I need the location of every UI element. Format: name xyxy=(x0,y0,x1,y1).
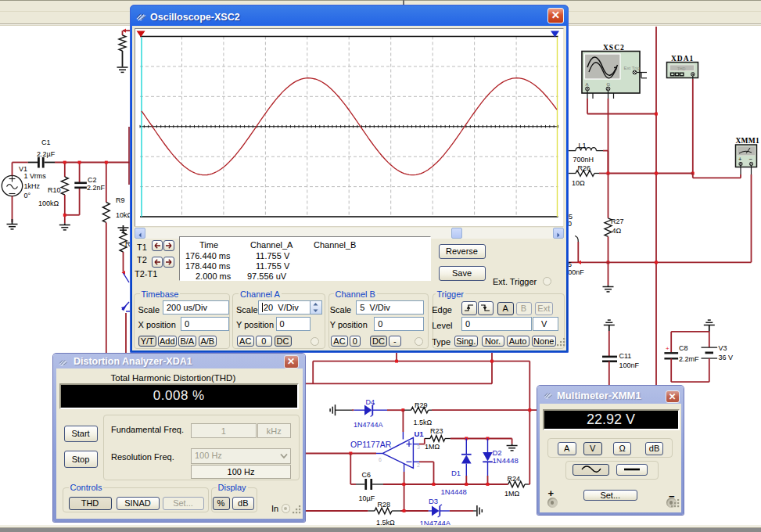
svg-text:10Ω: 10Ω xyxy=(572,179,585,187)
svg-text:A: A xyxy=(586,82,589,87)
svg-text:XSC2: XSC2 xyxy=(603,44,625,52)
svg-text:1.5kΩ: 1.5kΩ xyxy=(414,419,433,426)
svg-text:2.2mF: 2.2mF xyxy=(679,355,699,363)
svg-text:2.2nF: 2.2nF xyxy=(87,184,106,192)
svg-text:−: − xyxy=(749,156,753,163)
svg-text:R27: R27 xyxy=(611,217,624,225)
svg-text:C1: C1 xyxy=(41,138,51,146)
svg-text:R23: R23 xyxy=(430,427,443,435)
svg-text:R26: R26 xyxy=(578,164,591,172)
svg-text:10µF: 10µF xyxy=(359,494,375,502)
svg-text:R24: R24 xyxy=(508,475,521,483)
svg-text:U1: U1 xyxy=(415,430,425,438)
svg-text:6: 6 xyxy=(379,457,382,462)
svg-text:1MΩ: 1MΩ xyxy=(425,443,440,451)
svg-text:V3: V3 xyxy=(719,344,727,352)
svg-text:1 Vrms: 1 Vrms xyxy=(24,172,47,180)
svg-text:D4: D4 xyxy=(366,398,375,406)
svg-text:Ext Trig: Ext Trig xyxy=(624,66,640,70)
svg-text:L1: L1 xyxy=(579,142,587,149)
svg-text:700nH: 700nH xyxy=(573,156,594,164)
svg-text:OP1177AR: OP1177AR xyxy=(350,440,392,449)
svg-text:C2: C2 xyxy=(88,176,97,184)
svg-text:+: + xyxy=(666,345,669,352)
svg-text:XMM1: XMM1 xyxy=(736,137,759,145)
svg-text:4Ω: 4Ω xyxy=(612,227,622,235)
svg-text:36 V: 36 V xyxy=(719,354,734,361)
svg-text:100kΩ: 100kΩ xyxy=(38,200,59,207)
svg-text:XDA1: XDA1 xyxy=(671,55,694,63)
svg-text:R28: R28 xyxy=(378,501,391,509)
svg-text:C11: C11 xyxy=(619,352,632,360)
svg-text:0°: 0° xyxy=(24,192,31,200)
svg-text:D1: D1 xyxy=(451,469,461,477)
svg-text:100nF: 100nF xyxy=(619,361,640,369)
svg-text:1N4448: 1N4448 xyxy=(493,456,519,465)
svg-text:R9: R9 xyxy=(116,196,125,204)
svg-text:G: G xyxy=(607,82,611,87)
svg-text:3: 3 xyxy=(417,444,420,450)
svg-text:THD: THD xyxy=(677,66,686,71)
svg-text:1kHz: 1kHz xyxy=(24,182,41,190)
svg-text:1N4744A: 1N4744A xyxy=(354,421,383,429)
svg-text:D3: D3 xyxy=(429,497,438,505)
svg-text:C8: C8 xyxy=(679,344,688,352)
svg-text:1MΩ: 1MΩ xyxy=(504,490,520,498)
svg-text:+: + xyxy=(738,156,742,163)
svg-text:1N4448: 1N4448 xyxy=(441,487,467,496)
svg-text:2: 2 xyxy=(417,462,420,468)
svg-text:C6: C6 xyxy=(362,471,372,479)
svg-text:R29: R29 xyxy=(415,401,428,409)
svg-text:2.2µF: 2.2µF xyxy=(37,150,56,158)
svg-text:R10: R10 xyxy=(48,186,61,194)
